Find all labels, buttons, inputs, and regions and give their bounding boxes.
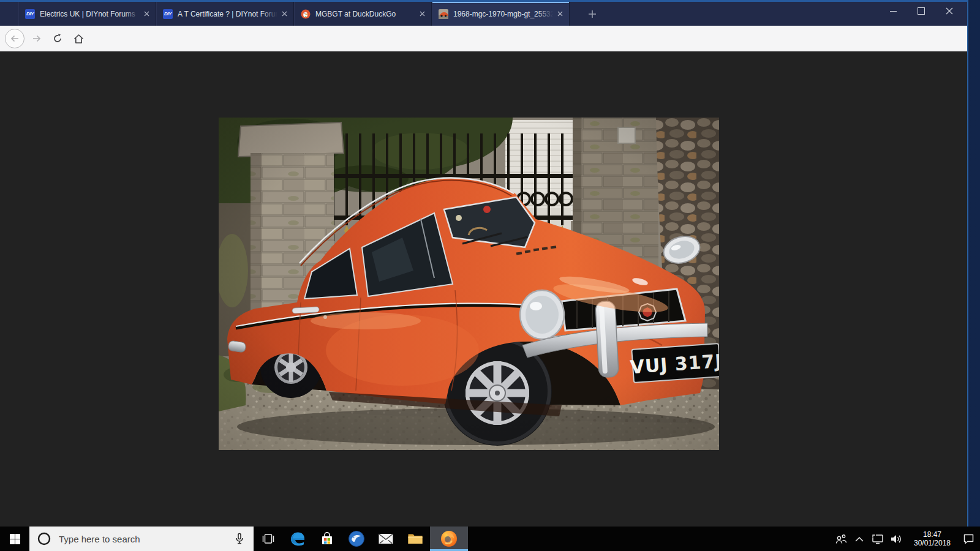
diynot-favicon-icon: DIY [25,9,35,19]
maximize-button[interactable] [907,2,935,20]
thunderbird-button[interactable] [342,527,371,551]
minimize-icon [890,11,897,12]
cortana-icon [37,531,51,546]
file-explorer-button[interactable] [401,527,430,551]
tab-favicon: DIY [163,9,173,19]
taskbar-empty-space [468,527,832,551]
close-button[interactable] [935,2,963,20]
desktop: DIY Electrics UK | DIYnot Forums DIY [0,0,980,551]
tab-title: 1968-mgc-1970-mgb-gt_25532 [453,9,553,19]
tab-close-icon[interactable] [141,9,152,20]
people-icon [835,534,847,544]
tab-2[interactable]: DIY A T Certificate ? | DIYnot Forums [156,2,294,26]
diynot-favicon-icon: DIY [163,9,173,19]
windows-taskbar: Type here to search [0,527,980,551]
reload-icon [53,34,62,43]
home-icon [74,34,84,44]
tray-overflow-button[interactable] [850,536,869,542]
taskbar-clock[interactable]: 18:47 30/01/2018 [909,530,956,547]
windows-start-icon [10,534,20,544]
minimize-button[interactable] [879,2,907,20]
tab-3[interactable]: DIY MGBGT at DuckDuckGo [294,2,432,26]
tab-title: Electrics UK | DIYnot Forums [40,9,140,19]
task-view-button[interactable] [254,527,283,551]
network-button[interactable] [869,534,887,544]
people-button[interactable] [832,534,850,544]
maximize-icon [918,7,925,15]
action-center-button[interactable] [959,533,978,544]
network-icon [872,534,884,544]
taskbar-search[interactable]: Type here to search [29,527,254,551]
tab-title: A T Certificate ? | DIYnot Forums [178,9,277,19]
back-arrow-icon [5,29,24,48]
firefox-taskbar-button[interactable] [430,527,468,551]
chevron-up-icon [855,536,864,542]
plus-icon [588,10,597,18]
forward-button[interactable] [27,29,47,48]
tab-strip: DIY Electrics UK | DIYnot Forums DIY [0,2,967,26]
page-content: VUJ 317J [0,51,967,527]
store-icon [320,531,334,546]
action-center-icon [963,533,974,544]
firefox-window: DIY Electrics UK | DIYnot Forums DIY [0,0,968,527]
navigation-toolbar: gomotors.net/photos/eb/6c/1968-mgc-1970-… [0,26,967,51]
tab-close-icon[interactable] [279,9,290,20]
system-tray: 18:47 30/01/2018 [832,527,978,551]
volume-button[interactable] [887,534,905,544]
thunderbird-icon [348,530,365,547]
duckduckgo-favicon-icon [301,9,311,19]
search-placeholder: Type here to search [59,534,230,544]
tab-favicon: DIY [439,9,448,19]
image-thumbnail-favicon-icon [439,9,448,19]
tab-favicon: DIY [25,9,35,19]
tab-favicon: DIY [301,9,311,19]
start-button[interactable] [0,527,29,551]
volume-icon [890,534,902,544]
reload-button[interactable] [48,29,67,48]
firefox-icon [440,530,458,548]
tab-close-icon[interactable] [417,9,428,20]
store-button[interactable] [312,527,342,551]
clock-time: 18:47 [909,530,956,539]
tab-4[interactable]: DIY 1968-mgc-1970-mgb-gt_25532 [432,2,570,26]
back-button[interactable] [5,29,24,48]
edge-button[interactable] [283,527,312,551]
tab-close-icon[interactable] [554,9,565,20]
home-button[interactable] [69,29,88,48]
mail-icon [378,532,394,545]
car-photo-image[interactable]: VUJ 317J [219,118,719,450]
window-controls [879,2,963,20]
edge-icon [289,530,306,547]
microphone-icon[interactable] [234,533,245,545]
mail-button[interactable] [371,527,401,551]
forward-arrow-icon [32,34,42,43]
clock-date: 30/01/2018 [909,539,956,547]
close-icon [946,7,953,15]
tab-1[interactable]: DIY Electrics UK | DIYnot Forums [18,2,156,26]
file-explorer-icon [407,532,423,545]
task-view-icon [262,534,274,544]
new-tab-button[interactable] [582,2,602,26]
tab-title: MGBGT at DuckDuckGo [315,9,415,19]
